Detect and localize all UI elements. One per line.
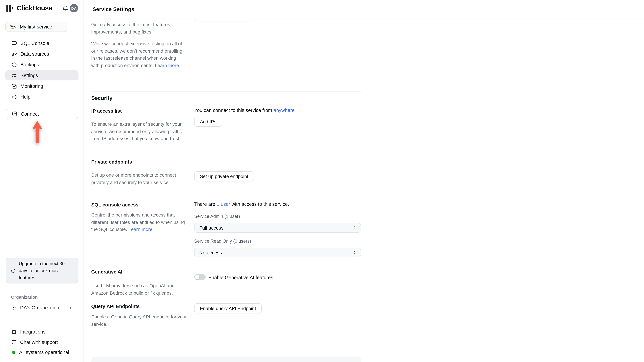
sidebar-item-sql-console[interactable]: SQL Console [5, 38, 78, 48]
generative-ai-description: Use LLM providers such as OpenAI and Ama… [91, 282, 186, 297]
page-header: Service Settings [84, 0, 644, 18]
sidebar-item-label: Data sources [20, 51, 49, 57]
tutorial-pointer-arrow [32, 120, 42, 144]
monitoring-chart-icon [12, 83, 17, 89]
sidebar-item-label: Settings [20, 73, 38, 78]
sidebar-item-chat-support[interactable]: Chat with support [5, 337, 78, 347]
generative-ai-toggle[interactable] [194, 274, 206, 280]
sql-access-status-line: There are 1 user with access to this ser… [194, 201, 289, 207]
avatar[interactable]: DA [70, 4, 78, 12]
brand-name: ClickHouse [17, 4, 52, 12]
generative-ai-title: Generative AI [91, 269, 122, 275]
svg-text:aws: aws [10, 24, 15, 27]
security-heading: Security [91, 95, 112, 101]
release-learn-more-link[interactable]: Learn more [155, 62, 179, 68]
sidebar-item-data-sources[interactable]: Data sources [5, 49, 78, 59]
data-sources-icon [12, 51, 17, 57]
organization-section-label: Organization [11, 295, 38, 300]
service-readonly-label: Service Read Only (0 users) [194, 239, 251, 244]
query-api-description: Enable a Generic Query API endpoint for … [91, 313, 190, 328]
service-selector-label: My first service [20, 24, 59, 29]
setup-private-endpoint-button[interactable]: Set up private endpoint [194, 171, 254, 181]
release-channel-paragraph-2: While we conduct extensive testing on al… [91, 40, 182, 69]
sidebar-item-label: Help [20, 94, 30, 99]
private-endpoints-title: Private endpoints [91, 159, 132, 165]
query-api-title: Query API Endpoints [91, 304, 140, 309]
ip-access-status-line: You can connect to this service from any… [194, 108, 295, 113]
connect-button[interactable]: Connect [6, 109, 78, 119]
ip-line-prefix: You can connect to this service from [194, 108, 274, 113]
sidebar: ClickHouse DA aws My first service [0, 0, 84, 362]
sql-access-description: Control the permissions and access that … [91, 212, 186, 233]
sidebar-item-help[interactable]: Help [5, 92, 78, 102]
connect-wifi-icon [12, 111, 18, 117]
organization-name: DA's Organization [20, 305, 68, 310]
notifications-bell-icon[interactable] [62, 5, 70, 12]
ip-access-title: IP access list [91, 108, 122, 114]
system-status-row[interactable]: All systems operational [5, 347, 78, 357]
sql-learn-more-link[interactable]: Learn more [128, 227, 152, 232]
sidebar-footer-divider [0, 319, 84, 320]
release-channel-select-partial[interactable] [194, 18, 253, 21]
next-section-panel-partial [91, 357, 361, 362]
enable-query-api-button[interactable]: Enable query API Endpoint [194, 303, 262, 313]
service-admin-select[interactable]: Full access [194, 223, 361, 233]
connect-button-label: Connect [21, 111, 39, 116]
help-question-icon [12, 94, 17, 100]
upgrade-notice-text: Upgrade in the next 30 days to unlock mo… [19, 260, 74, 281]
sidebar-item-label: Monitoring [20, 83, 43, 89]
page-title: Service Settings [92, 6, 134, 12]
toggle-knob [195, 275, 199, 279]
sql-console-access-title: SQL console access [91, 202, 138, 207]
sidebar-item-integrations[interactable]: Integrations [5, 327, 78, 337]
anywhere-link[interactable]: anywhere [274, 108, 295, 113]
section-divider [91, 91, 361, 91]
backups-history-icon [12, 62, 17, 67]
service-admin-label: Service Admin (1 user) [194, 214, 240, 219]
sidebar-item-monitoring[interactable]: Monitoring [5, 81, 78, 91]
service-readonly-select[interactable]: No access [194, 248, 361, 257]
add-ips-button[interactable]: Add IPs [194, 117, 222, 127]
sidebar-item-label: Integrations [20, 329, 46, 335]
chevron-updown-icon [59, 25, 64, 29]
one-user-link[interactable]: 1 user [217, 201, 230, 207]
chevron-updown-icon [352, 226, 356, 230]
sql-line-suffix: with access to this service. [230, 201, 289, 207]
sql-line-prefix: There are [194, 201, 217, 207]
building-icon [11, 305, 17, 311]
clock-icon [11, 268, 16, 273]
chevron-right-icon [68, 306, 72, 310]
ip-access-description: To ensure an extra layer of security for… [91, 121, 182, 142]
sidebar-item-settings[interactable]: Settings [5, 70, 78, 80]
private-endpoints-description: Set up one or more endpoints to connect … [91, 172, 190, 186]
generative-ai-toggle-label: Enable Generative AI features [208, 275, 273, 280]
main-content: Service Settings Get early access to the… [84, 0, 644, 362]
chevron-updown-icon [352, 250, 356, 255]
chat-bubble-icon [11, 339, 17, 345]
sidebar-item-label: SQL Console [20, 40, 49, 46]
brand-row: ClickHouse DA [6, 4, 79, 13]
integrations-puzzle-icon [11, 329, 17, 335]
sidebar-item-backups[interactable]: Backups [5, 60, 78, 70]
settings-sliders-icon [12, 72, 17, 78]
service-readonly-select-value: No access [199, 250, 352, 255]
sidebar-item-label: Chat with support [20, 340, 58, 345]
release-channel-paragraph-1: Get early access to the latest features,… [91, 21, 182, 35]
aws-provider-icon: aws [9, 24, 17, 29]
status-label: All systems operational [19, 350, 69, 355]
sidebar-item-label: Backups [20, 62, 39, 67]
service-admin-select-value: Full access [199, 225, 352, 230]
sql-console-icon [12, 40, 17, 46]
clickhouse-logo-icon [6, 5, 13, 12]
clickhouse-console-app: ClickHouse DA aws My first service [0, 0, 644, 362]
service-selector[interactable]: aws My first service [5, 22, 67, 32]
upgrade-notice[interactable]: Upgrade in the next 30 days to unlock mo… [6, 258, 78, 283]
status-green-dot-icon [12, 351, 15, 354]
organization-row[interactable]: DA's Organization [5, 303, 78, 313]
add-service-button[interactable] [72, 24, 78, 30]
